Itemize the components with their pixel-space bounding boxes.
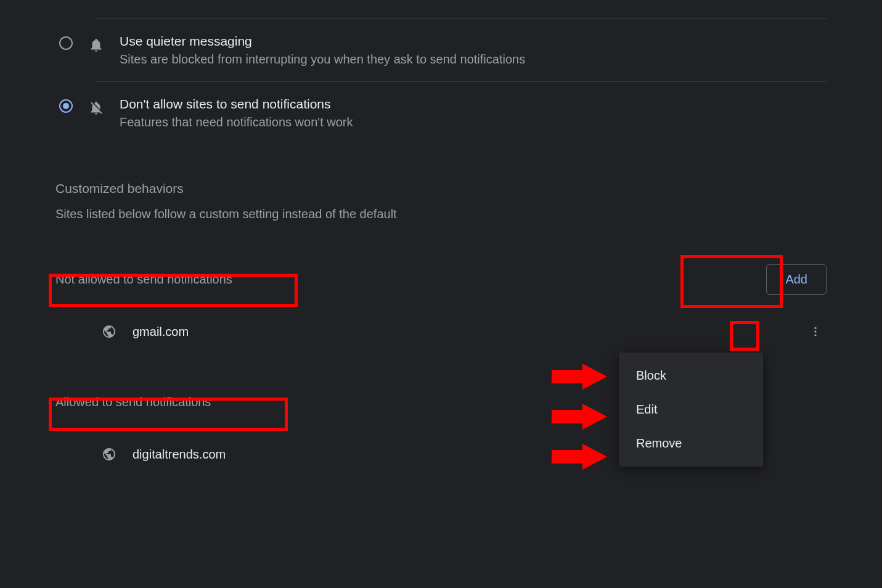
option-quieter-title: Use quieter messaging [120, 34, 525, 49]
menu-item-remove[interactable]: Remove [619, 427, 763, 460]
more-vert-icon [809, 325, 822, 338]
option-block-notifications[interactable]: Don't allow sites to send notifications … [55, 82, 827, 144]
radio-block[interactable] [59, 99, 73, 113]
bell-icon [88, 36, 105, 54]
add-not-allowed-button[interactable]: Add [766, 264, 827, 295]
allowed-heading: Allowed to send notifications [55, 395, 211, 409]
option-quieter-messaging[interactable]: Use quieter messaging Sites are blocked … [55, 19, 827, 81]
menu-item-block[interactable]: Block [619, 359, 763, 393]
bell-off-icon [88, 99, 105, 116]
menu-item-edit[interactable]: Edit [619, 393, 763, 427]
radio-quieter[interactable] [59, 36, 73, 50]
site-name: gmail.com [133, 325, 788, 339]
svg-point-2 [814, 334, 816, 336]
customized-heading: Customized behaviors [55, 181, 827, 196]
site-actions-menu: Block Edit Remove [619, 353, 763, 467]
globe-icon [102, 324, 116, 339]
not-allowed-heading: Not allowed to send notifications [55, 272, 232, 287]
site-row-not-allowed: gmail.com [55, 313, 827, 350]
option-block-desc: Features that need notifications won't w… [120, 115, 353, 129]
svg-point-1 [814, 330, 816, 332]
svg-point-0 [814, 327, 816, 329]
more-actions-button[interactable] [804, 321, 827, 343]
option-block-title: Don't allow sites to send notifications [120, 97, 353, 112]
globe-icon [102, 447, 116, 462]
option-quieter-desc: Sites are blocked from interrupting you … [120, 52, 525, 67]
customized-sub: Sites listed below follow a custom setti… [55, 207, 827, 221]
